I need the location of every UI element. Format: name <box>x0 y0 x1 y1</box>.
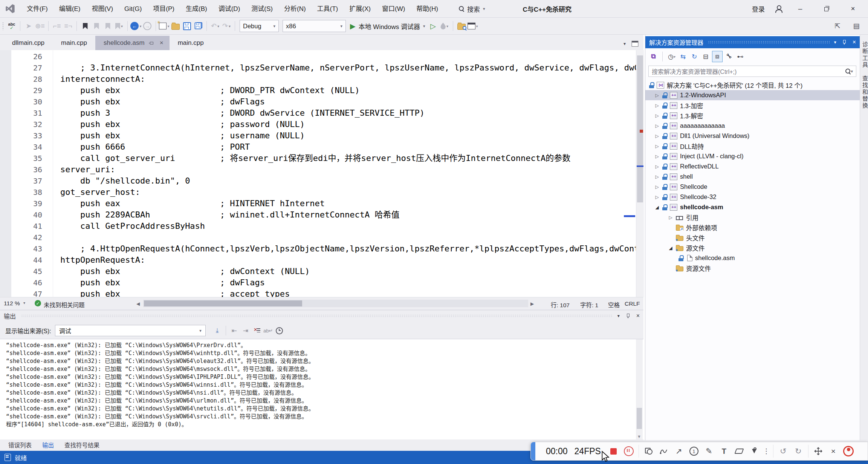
restore-button[interactable] <box>818 1 835 17</box>
tool-window-tab[interactable]: 错误列表 <box>3 440 37 451</box>
tree-item[interactable]: Dll1 (Universal Windows) <box>645 131 860 141</box>
word-wrap-icon[interactable]: ab↵ <box>263 325 274 336</box>
scrollbar-thumb[interactable] <box>144 300 302 306</box>
collapse-all-icon[interactable]: ⊟ <box>701 51 711 62</box>
expander-icon[interactable] <box>654 123 660 129</box>
code-line[interactable]: 39 push eax ; HINTERNET hInternet <box>0 198 636 209</box>
pin-icon[interactable] <box>147 39 155 47</box>
code-line[interactable]: 29 push ebx ; DWORD_PTR dwContext (NULL) <box>0 85 636 96</box>
expander-icon[interactable] <box>654 205 660 210</box>
number-badge-tool-button[interactable]: 1 <box>686 444 701 459</box>
output-vertical-scrollbar[interactable]: ▼ <box>636 339 643 439</box>
navigate-to-button[interactable]: abc✓ <box>6 20 17 32</box>
start-debugging-button[interactable]: ▶ 本地 Windows 调试器 ▾ <box>350 21 425 31</box>
side-tool-tab[interactable]: 诊断工具 <box>861 41 868 69</box>
tree-item[interactable]: DLL劫持 <box>645 141 860 151</box>
scroll-left-arrow[interactable]: ◀ <box>136 301 140 306</box>
minimize-button[interactable]: – <box>792 1 808 17</box>
health-check-icon[interactable]: ✓ <box>35 300 41 306</box>
tree-item[interactable]: 头文件 <box>645 233 860 243</box>
toolbar-grip[interactable] <box>2 22 4 30</box>
hot-reload-button[interactable]: ▾ <box>439 20 450 32</box>
shapes-tool-button[interactable] <box>641 444 656 459</box>
solution-explorer-header[interactable]: 解决方案资源管理器 ▾ × <box>645 36 860 48</box>
scrollbar-thumb[interactable] <box>637 55 643 202</box>
arrow-tool-button[interactable]: ↗ <box>671 444 686 459</box>
code-line[interactable]: 37 db "/shellcode.bin", 0 <box>0 175 636 187</box>
expander-icon[interactable] <box>668 245 673 251</box>
scroll-right-arrow[interactable]: ▶ <box>530 301 534 306</box>
close-panel-icon[interactable]: × <box>636 312 640 319</box>
code-editor[interactable]: 26 27 ; 3.InternetConnectA(hInternet, lp… <box>0 50 636 297</box>
code-line[interactable]: 38 got_server_host: <box>0 187 636 198</box>
code-line[interactable]: 31 push 3 ; DWORD dwService (INTERNET_SE… <box>0 107 636 119</box>
tree-item[interactable]: 资源文件 <box>645 263 860 273</box>
pencil-tool-button[interactable]: ✎ <box>701 444 717 459</box>
solution-root-item[interactable]: 解决方案 'C与C++免杀研究' (12 个项目, 共 12 个) <box>645 80 860 90</box>
tree-item[interactable]: 1.2-WindowsAPI <box>645 90 860 100</box>
code-line[interactable]: 43 ; 4.HttpOpenRequestA(hConnect,lpszVer… <box>0 243 636 254</box>
solution-search-input[interactable]: 搜索解决方案资源管理器(Ctrl+;) ▾ <box>648 66 856 77</box>
document-tab[interactable]: main.cpp × <box>53 36 95 50</box>
redo-annotation-button[interactable]: ↻ <box>791 444 806 459</box>
solution-config-dropdown[interactable]: Debug ▾ <box>240 20 279 32</box>
window-position-dropdown-icon[interactable]: ▾ <box>834 40 836 45</box>
user-avatar-icon[interactable] <box>775 5 782 12</box>
preview-selected-items-icon[interactable]: ⊷ <box>735 51 745 62</box>
sign-in-button[interactable]: 登录 <box>752 4 765 14</box>
timestamp-icon[interactable] <box>274 325 285 336</box>
menu-item[interactable]: 测试(S) <box>246 0 278 17</box>
pointer-tool-icon[interactable]: ➤ <box>23 20 34 32</box>
menu-item[interactable]: 工具(T) <box>312 0 344 17</box>
code-line[interactable]: 45 push ebx ; dwContext (NULL) <box>0 266 636 277</box>
feedback-icon[interactable]: ▤ <box>851 20 862 32</box>
code-line[interactable]: 26 <box>0 51 636 62</box>
window-layout-icon[interactable] <box>632 41 639 46</box>
code-line[interactable]: 46 push ebx ; dwFlags <box>0 277 636 288</box>
close-tab-icon[interactable]: × <box>157 39 166 47</box>
tree-item[interactable]: ReflectiveDLL <box>645 161 860 172</box>
undo-button[interactable]: ↶▾ <box>209 20 221 32</box>
code-line[interactable]: 28 internetconnectA: <box>0 74 636 85</box>
code-line[interactable]: 33 push ebx ; username (NULL) <box>0 130 636 141</box>
code-line[interactable]: 27 ; 3.InternetConnectA(hInternet, lpszS… <box>0 62 636 74</box>
tree-item[interactable]: 1.3-加密 <box>645 100 860 110</box>
prev-message-icon[interactable]: ⇤ <box>229 325 240 336</box>
menu-item[interactable]: 窗口(W) <box>376 0 411 17</box>
redo-button[interactable]: ↷▾ <box>221 20 232 32</box>
menu-item[interactable]: 文件(F) <box>21 0 53 17</box>
menu-item[interactable]: 扩展(X) <box>344 0 376 17</box>
tree-item[interactable]: 1.3-解密 <box>645 110 860 121</box>
recorder-drag-handle[interactable] <box>531 442 535 460</box>
prev-bookmark-button[interactable] <box>91 20 102 32</box>
output-log[interactable]: “shellcode-asm.exe” (Win32): 已加载 “C:\Win… <box>0 339 643 439</box>
output-source-dropdown[interactable]: 调试 ▾ <box>55 325 206 336</box>
code-line[interactable]: 41 call GetProcAddressByHash <box>0 221 636 232</box>
start-without-debugging-button[interactable]: ▷ <box>428 20 439 32</box>
tree-item[interactable]: 源文件 <box>645 243 860 253</box>
clear-bookmarks-button[interactable]: ▾ <box>113 20 125 32</box>
find-in-files-button[interactable] <box>456 20 467 32</box>
freehand-draw-button[interactable] <box>656 444 671 459</box>
code-line[interactable]: 44 httpOpenRequestA: <box>0 254 636 266</box>
search-box[interactable]: 搜索 ▾ <box>459 4 485 14</box>
save-all-button[interactable] <box>193 20 204 32</box>
close-panel-icon[interactable]: × <box>853 39 856 46</box>
move-toolbar-button[interactable] <box>811 444 826 459</box>
indent-increase-icon[interactable]: ≡¬ <box>63 20 74 32</box>
properties-wrench-icon[interactable]: 🔧︎ <box>724 51 734 62</box>
line-ending-indicator[interactable]: CRLF <box>625 300 640 307</box>
caret-column-indicator[interactable]: 字符: 1 <box>580 300 598 309</box>
share-icon[interactable]: ⇱ <box>832 20 843 32</box>
open-file-button[interactable] <box>170 20 181 32</box>
tree-item[interactable]: shellcode.asm <box>645 253 860 263</box>
menu-item[interactable]: 生成(B) <box>180 0 213 17</box>
expander-icon[interactable] <box>654 144 660 149</box>
editor-vertical-scrollbar[interactable] <box>636 50 644 297</box>
platform-dropdown[interactable]: x86 ▾ <box>283 20 346 32</box>
expander-icon[interactable] <box>654 93 660 98</box>
menu-item[interactable]: 视图(V) <box>86 0 119 17</box>
navigate-forward-button[interactable]: → <box>142 20 153 32</box>
menu-item[interactable]: 分析(N) <box>278 0 312 17</box>
scroll-down-arrow[interactable]: ▼ <box>637 434 641 439</box>
